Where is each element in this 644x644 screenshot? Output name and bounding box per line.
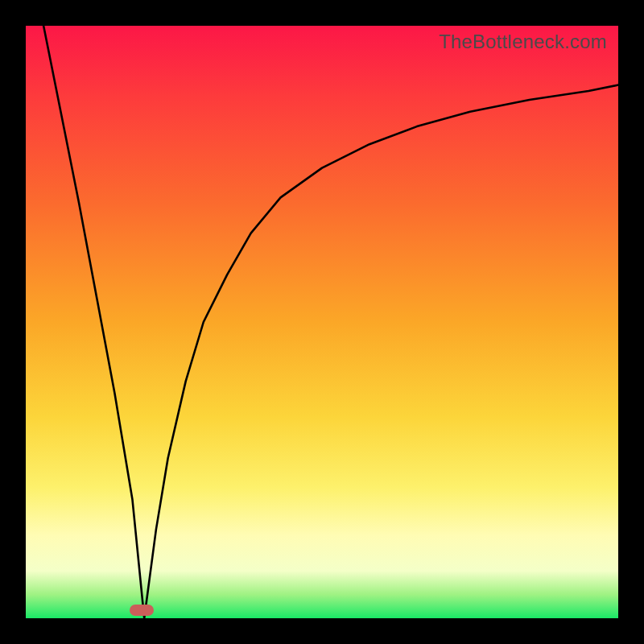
plot-area: TheBottleneck.com: [26, 26, 618, 618]
optimum-marker: [130, 605, 154, 616]
bottleneck-curve: [26, 26, 618, 618]
chart-frame: TheBottleneck.com: [0, 0, 644, 644]
